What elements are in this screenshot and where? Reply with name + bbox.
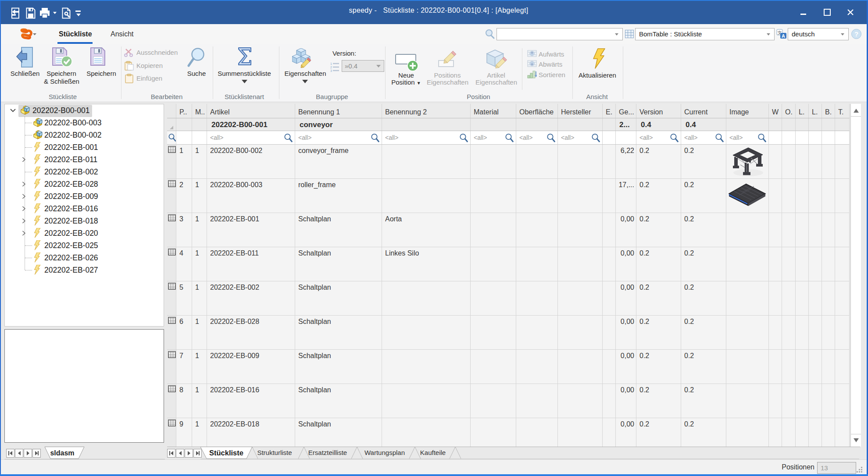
svg-text:3: 3: [330, 69, 332, 72]
svg-text:Stückliste: Stückliste: [209, 449, 243, 457]
svg-text:Strukturliste: Strukturliste: [257, 449, 292, 456]
svg-text:Kaufteile: Kaufteile: [420, 449, 446, 456]
svg-text:1: 1: [330, 62, 332, 65]
svg-text:Ersatzteilliste: Ersatzteilliste: [308, 449, 347, 456]
svg-text:Wartungsplan: Wartungsplan: [364, 449, 405, 456]
svg-text:A: A: [782, 33, 785, 39]
svg-text:2: 2: [330, 66, 332, 69]
svg-text:sldasm: sldasm: [50, 449, 74, 457]
